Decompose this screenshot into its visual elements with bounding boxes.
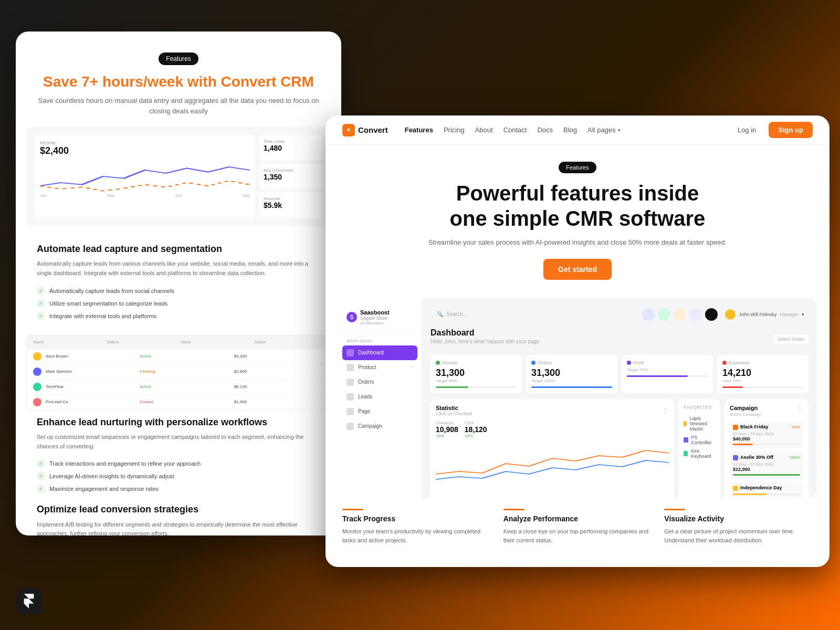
dash-income-label: Income (40, 140, 250, 145)
profit-progress-fill (627, 375, 688, 377)
check-icon-1 (37, 287, 45, 295)
nav-link-features[interactable]: Features (405, 126, 433, 134)
dash-income-card: Income $2,400 Jan Mar Jun Sep (35, 135, 255, 218)
track-desc: Monitor your team's productivity by view… (342, 527, 491, 545)
avatar (33, 383, 41, 391)
user-pill[interactable]: John Will Felinsky Manager ▾ (721, 307, 808, 322)
favorites-title: FAVORITES (684, 405, 715, 410)
statistic-chart (436, 443, 669, 485)
analyze-desc: Keep a close eye on your top-performing … (503, 527, 652, 545)
dash-month-4: Sep (243, 193, 250, 198)
fav-label-1: Lapis Wrested Mastic (690, 416, 715, 432)
expenses-progress-fill (722, 386, 743, 388)
campaign-fill-1 (733, 444, 753, 445)
nav-link-pricing[interactable]: Pricing (444, 126, 465, 134)
hero-title: Powerful features inside one simple CMR … (346, 181, 808, 231)
framer-logo (16, 588, 42, 614)
settings-icon-circle[interactable] (689, 308, 702, 321)
check-icon-4 (37, 459, 45, 468)
campaign-item-2: Asolie 30% Off 100% 12 Sep - 01 Nov 2024… (730, 452, 803, 479)
leads-icon (346, 393, 354, 401)
nav-link-docs[interactable]: Docs (537, 126, 553, 134)
sidebar-label-leads: Leads (358, 394, 372, 400)
select-dates-button[interactable]: Select Dates (773, 334, 808, 344)
favorites-list: Lapis Wrested Mastic PS Controller Kira … (684, 414, 715, 460)
login-button[interactable]: Log in (731, 123, 762, 137)
campaign-more-icon[interactable]: ⋮ (796, 405, 803, 421)
alert-icon-circle[interactable] (674, 308, 686, 321)
bottom-visualize-activity: Visualize Activity Get a clear picture o… (664, 509, 813, 545)
stat-numbers-row: Checkout 10,908 19% Click 18,120 19% (436, 421, 669, 438)
dash-month-3: Jun (175, 193, 182, 198)
fav-label-3: Kira Keyboard (691, 448, 715, 459)
app-logo-area: Saasboost Sagale Store 24 Members (338, 305, 422, 332)
dash-stat-card-1: Total Leads 1,480 (259, 135, 322, 161)
sidebar-item-page[interactable]: Page (338, 404, 422, 419)
income-progress (436, 386, 517, 388)
orders-dot (531, 361, 536, 365)
features-badge-left: Features (159, 52, 198, 65)
sidebar-item-product[interactable]: Product › (338, 360, 422, 375)
nav-link-all-pages[interactable]: All pages ▾ (587, 126, 620, 134)
nav-actions: Log in Sign up (731, 122, 813, 138)
notification-icon-circle[interactable] (642, 308, 655, 321)
nav-link-blog[interactable]: Blog (563, 126, 577, 134)
dash-income-value: $2,400 (40, 145, 250, 156)
campaign-progress-3 (733, 494, 800, 495)
sidebar-item-leads[interactable]: Leads (338, 390, 422, 404)
campaign-progress-2 (733, 474, 800, 476)
user-name: John Will Felinsky (739, 312, 776, 317)
fav-dot-1 (684, 421, 687, 426)
dash-month-2: Mar (107, 193, 114, 198)
chat-icon-circle[interactable] (658, 308, 670, 321)
statistic-title: Statistic (436, 405, 472, 411)
campaign-name-2: Asolie 30% Off (740, 455, 773, 460)
app-greeting-area: Dashboard Hello John, here's what happen… (430, 328, 540, 351)
dashboard-icon (346, 349, 354, 356)
nav-link-about[interactable]: About (475, 126, 493, 134)
dash-stat-card-3: Revenue $5.9k (259, 192, 322, 218)
dash-stat-card-2: Avg Conversion 1,350 (259, 164, 322, 190)
income-label: Income (436, 360, 517, 365)
campaign-fill-2 (733, 474, 800, 476)
stat-profit: Profit Target 75% (622, 355, 713, 393)
sidebar-item-dashboard[interactable]: Dashboard (342, 345, 417, 360)
income-value: 31,300 (436, 368, 517, 379)
campaign-card: Campaign Active Campaign ⋮ Black Friday … (724, 400, 808, 498)
fav-item-3: Kira Keyboard (684, 447, 715, 460)
chevron-down-icon: ▾ (618, 128, 621, 133)
dashboard-preview: Income $2,400 Jan Mar Jun Sep Total (26, 127, 331, 226)
orders-icon (346, 379, 354, 386)
check-item-3: Integrate with external tools and platfo… (37, 310, 320, 322)
app-search[interactable]: 🔍 Search... (430, 308, 536, 320)
dark-icon-circle[interactable] (705, 308, 718, 321)
stats-grid: Income 31,300 Target 40% Orders (430, 355, 808, 393)
expenses-progress (722, 386, 803, 388)
campaign-header: Campaign Active Campaign (730, 405, 761, 421)
statistic-card: Statistic Click vs Checked ⋮ Checkout 10… (430, 400, 674, 498)
analyze-title: Analyze Performance (503, 514, 652, 523)
campaign-item-1: Black Friday 30% 22 Nov - 29 Nov 2024 $4… (730, 421, 803, 448)
nav-link-contact[interactable]: Contact (503, 126, 527, 134)
table-preview: Name Status Value Action Alice Brown Act… (26, 335, 331, 410)
campaign-progress-1 (733, 444, 800, 445)
analyze-bar (503, 509, 524, 510)
bottom-section: Track Progress Monitor your team's produ… (326, 498, 830, 556)
sidebar-item-campaign[interactable]: Campaign (338, 419, 422, 434)
visualize-desc: Get a clear picture of project momentum … (664, 527, 813, 545)
statistic-more-icon[interactable]: ⋮ (662, 406, 669, 415)
get-started-button[interactable]: Get started (543, 259, 612, 280)
avatar (33, 368, 41, 376)
hero-subtitle: Streamline your sales process with AI-po… (346, 237, 808, 248)
signup-button[interactable]: Sign up (769, 122, 813, 138)
headline-rest: with Convert CRM (183, 74, 314, 90)
app-store-members: 24 Members (360, 321, 390, 326)
search-placeholder: Search... (446, 311, 467, 317)
check-item-6: Maximize engagement and response rates (37, 482, 320, 495)
sidebar-item-orders[interactable]: Orders (338, 375, 422, 390)
campaign-amount-2: $12,000 (733, 467, 800, 472)
app-saasboost-icon (346, 312, 357, 322)
statistic-subtitle: Click vs Checked (436, 411, 472, 416)
table-row: Alice Brown Active $4,200 (27, 349, 330, 364)
table-header: Name Status Value Action (27, 335, 330, 349)
